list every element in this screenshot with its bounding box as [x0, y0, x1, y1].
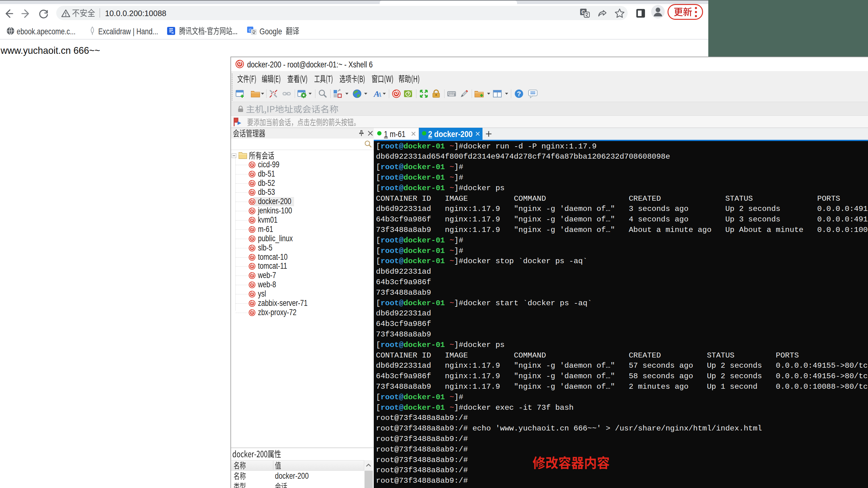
svg-text:?: ?: [517, 90, 521, 98]
svg-text:A: A: [377, 91, 381, 98]
